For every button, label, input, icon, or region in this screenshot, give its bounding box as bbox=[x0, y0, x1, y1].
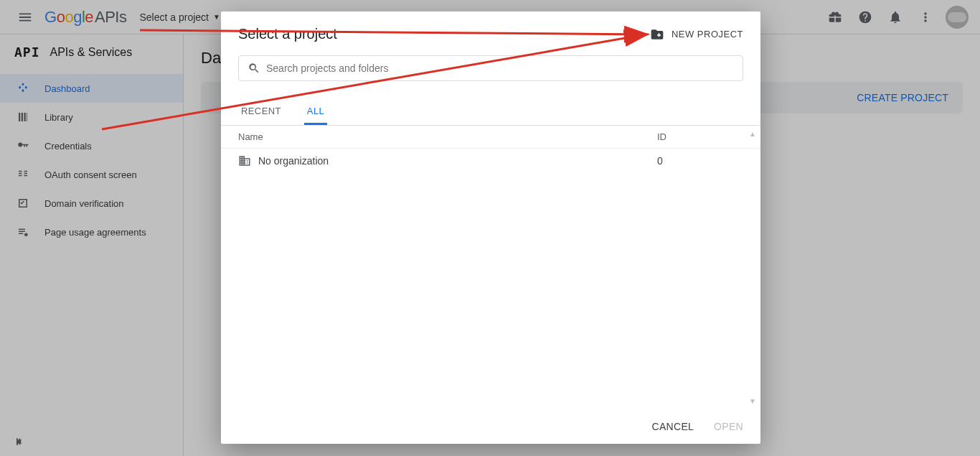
table-header: Name ID ▲ bbox=[221, 126, 760, 149]
column-name: Name bbox=[238, 131, 657, 142]
new-folder-icon bbox=[650, 27, 664, 42]
search-input[interactable] bbox=[266, 62, 734, 74]
tabs: RECENT ALL bbox=[221, 97, 760, 126]
search-container bbox=[221, 48, 760, 88]
row-id: 0 bbox=[657, 155, 743, 167]
tab-recent[interactable]: RECENT bbox=[238, 97, 284, 125]
search-box[interactable] bbox=[238, 55, 743, 81]
new-project-label: NEW PROJECT bbox=[672, 29, 743, 39]
cancel-button[interactable]: CANCEL bbox=[652, 421, 694, 432]
organization-icon bbox=[238, 154, 251, 167]
project-picker-dialog: Select a project NEW PROJECT RECENT ALL … bbox=[221, 11, 760, 444]
dialog-title: Select a project bbox=[238, 26, 337, 42]
column-id: ID bbox=[657, 131, 743, 142]
dialog-footer: CANCEL OPEN bbox=[221, 409, 760, 444]
project-list: No organization 0 ▼ bbox=[221, 149, 760, 409]
scroll-down-icon[interactable]: ▼ bbox=[749, 397, 756, 405]
open-button[interactable]: OPEN bbox=[714, 421, 743, 432]
scroll-up-icon[interactable]: ▲ bbox=[749, 130, 756, 138]
row-name: No organization bbox=[258, 155, 657, 167]
dialog-header: Select a project NEW PROJECT bbox=[221, 11, 760, 48]
search-icon bbox=[248, 62, 260, 75]
tab-all[interactable]: ALL bbox=[304, 97, 327, 125]
new-project-button[interactable]: NEW PROJECT bbox=[650, 27, 743, 42]
table-row[interactable]: No organization 0 bbox=[221, 149, 760, 173]
